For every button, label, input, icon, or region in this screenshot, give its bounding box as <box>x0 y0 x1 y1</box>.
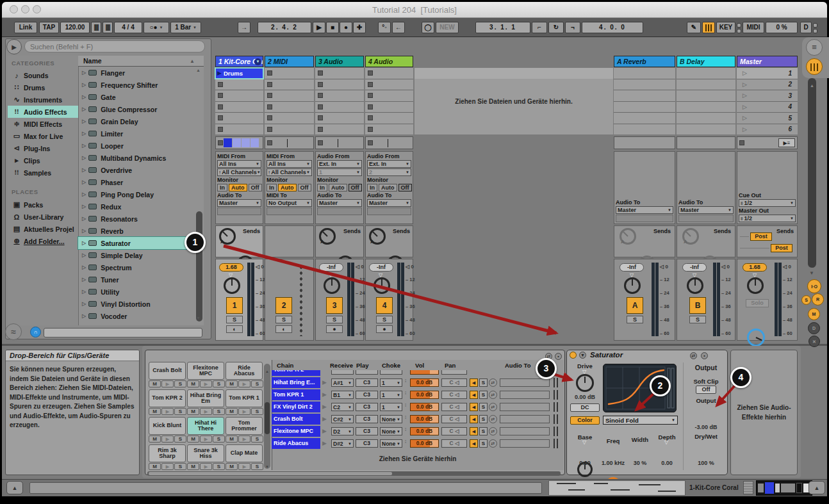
track-activate-button[interactable]: 2 <box>275 297 292 314</box>
clip-slot[interactable] <box>315 124 364 135</box>
show-crossfader-toggle[interactable]: ✕ <box>808 336 820 347</box>
return-activate-button[interactable]: A <box>627 297 643 314</box>
return-slot[interactable] <box>677 79 735 90</box>
arm-button[interactable]: ◐ <box>226 325 243 333</box>
drum-pad[interactable]: Flexitone MPCM▶S <box>187 362 225 387</box>
sidebar-item-sounds[interactable]: ♪Sounds <box>8 69 78 81</box>
pad-solo-button[interactable]: S <box>251 380 263 387</box>
pad-mute-button[interactable]: M <box>187 380 199 387</box>
device-fold-icon[interactable]: ▼ <box>579 352 586 359</box>
drive-knob[interactable] <box>576 374 594 392</box>
return-header-b[interactable]: B Delay <box>677 56 735 67</box>
output-channel-select[interactable] <box>317 207 362 215</box>
dc-button[interactable]: DC <box>570 403 600 412</box>
track-activate-button[interactable]: 1 <box>226 297 243 314</box>
stop-all-clips-icon[interactable] <box>739 140 744 145</box>
drum-pad[interactable]: Clap MateM▶S <box>226 444 263 470</box>
play-note[interactable]: C3 <box>356 378 378 387</box>
metronome-button[interactable]: ○● ▼ <box>144 22 169 33</box>
play-button[interactable]: ▶ <box>313 22 325 33</box>
output-type-select[interactable]: Master▼ <box>678 206 734 214</box>
pad-solo-button[interactable]: S <box>213 380 225 387</box>
clip-stop-icon[interactable] <box>267 82 272 87</box>
output-channel-select[interactable] <box>616 215 673 222</box>
arrangement-position-field[interactable]: 2. 4. 2 <box>258 22 311 33</box>
browser-item-frequency-shifter[interactable]: ▷Frequency Shifter <box>78 79 196 91</box>
browser-item-simple-delay[interactable]: ▷Simple Delay <box>78 249 196 261</box>
clip-slot[interactable] <box>315 102 364 113</box>
clip-stop-icon[interactable] <box>368 115 373 120</box>
sidebar-item-midi-effects[interactable]: ≑MIDI Effects <box>8 118 78 130</box>
return-slot[interactable] <box>677 113 735 124</box>
clip-slot[interactable] <box>365 79 413 90</box>
sidebar-item-current-project[interactable]: ▤Aktuelles Projel <box>8 223 78 235</box>
drum-pad[interactable]: Tom KPR 2M▶S <box>149 389 186 415</box>
input-channel-select[interactable]: ⁞All Channels▼ <box>217 168 261 176</box>
scene-2[interactable]: ▷2 <box>737 79 798 90</box>
drum-pad[interactable]: Hihat Bring EmM▶S <box>187 389 225 415</box>
clip-slot[interactable] <box>315 79 364 90</box>
solo-button[interactable]: S <box>226 316 243 323</box>
show-delay-toggle[interactable]: D <box>808 322 820 334</box>
cue-out-select[interactable]: ‖1/2▼ <box>739 199 796 207</box>
session-drop-zone[interactable]: Ziehen Sie Dateien und Geräte hierhin. <box>414 68 613 134</box>
show-mixer-toggle[interactable]: M <box>808 308 820 320</box>
chain-activate-button[interactable]: ◀ <box>470 415 478 423</box>
show-clip-view-toggle[interactable]: ▲ <box>808 481 825 494</box>
chain-audio-to-field[interactable] <box>500 415 550 423</box>
input-type-select[interactable]: Ext. In▼ <box>317 160 362 168</box>
follow-button[interactable]: → <box>238 22 250 33</box>
scene-4[interactable]: ▷4 <box>737 102 798 113</box>
pad-solo-button[interactable]: S <box>174 463 186 470</box>
receive-select[interactable]: D#2▼ <box>331 439 354 448</box>
chain-row-partial[interactable]: Tom KPR 2 <box>272 370 564 376</box>
track-status-1[interactable] <box>215 136 263 149</box>
sidebar-item-drums[interactable]: ∷Drums <box>8 81 78 93</box>
track-status-4[interactable] <box>365 136 413 149</box>
master-header[interactable]: Master <box>737 56 798 67</box>
clip-stop-icon[interactable] <box>318 127 323 132</box>
browser-item-gate[interactable]: ▷Gate <box>78 91 196 103</box>
drum-pad[interactable]: Ride AbacusM▶S <box>226 362 263 387</box>
save-preset-icon[interactable]: ▪ <box>555 353 562 360</box>
track-header-3[interactable]: 3 Audio <box>315 56 364 67</box>
scene-5[interactable]: ▷5 <box>737 113 798 124</box>
receive-select[interactable]: C2▼ <box>331 403 354 411</box>
clip-slot[interactable] <box>315 113 364 124</box>
send-a-knob[interactable]: A <box>319 228 336 245</box>
chain-play-icon[interactable]: ▶ <box>322 428 327 434</box>
chain-volume[interactable]: 0.0 dB <box>410 391 439 399</box>
pan-knob[interactable] <box>324 277 340 294</box>
arm-button[interactable]: ◐ <box>275 325 292 333</box>
chain-volume[interactable]: 0.0 dB <box>410 439 439 448</box>
scene-play-icon[interactable]: ▷ <box>743 70 747 76</box>
arrangement-view-toggle[interactable]: ≡ <box>806 39 823 56</box>
arm-button[interactable]: ● <box>326 325 343 333</box>
pad-play-icon[interactable]: ▶ <box>200 435 212 443</box>
input-channel-select[interactable]: ⁞All Channels▼ <box>267 168 312 176</box>
input-type-select[interactable]: All Ins▼ <box>217 160 261 168</box>
loop-length-field[interactable]: 4. 0. 0 <box>582 22 643 33</box>
preview-headphone-icon[interactable]: ∩ <box>30 327 41 337</box>
play-note[interactable]: C3 <box>356 427 378 435</box>
chain-volume[interactable]: 0.0 dB <box>410 378 439 387</box>
return-slot[interactable] <box>677 102 735 113</box>
pad-mute-button[interactable]: M <box>149 463 161 470</box>
input-type-select[interactable]: All Ins▼ <box>267 160 312 168</box>
browser-item-phaser[interactable]: ▷Phaser <box>78 176 196 188</box>
time-signature-field[interactable]: 4 / 4 <box>114 22 142 33</box>
sidebar-item-packs[interactable]: ▣Packs <box>8 199 78 211</box>
choke-select[interactable]: None▼ <box>380 415 402 423</box>
browser-item-flanger[interactable]: ▷Flanger <box>78 67 196 79</box>
sidebar-item-instruments[interactable]: ∿Instruments <box>8 93 78 106</box>
clip-stop-icon[interactable] <box>318 93 323 98</box>
pan-knob[interactable] <box>224 277 240 294</box>
add-folder-link[interactable]: ⊕Add Folder... <box>8 235 78 247</box>
sidebar-item-max-for-live[interactable]: ▭Max for Live <box>8 130 78 142</box>
output-type-select[interactable]: Master▼ <box>616 206 673 214</box>
scene-play-icon[interactable]: ▷ <box>743 115 747 121</box>
output-channel-select[interactable] <box>367 207 411 215</box>
volume-display[interactable]: -Inf <box>319 263 343 272</box>
clip-slot[interactable] <box>315 90 364 101</box>
browser-item-tuner[interactable]: ▷Tuner <box>78 273 196 286</box>
